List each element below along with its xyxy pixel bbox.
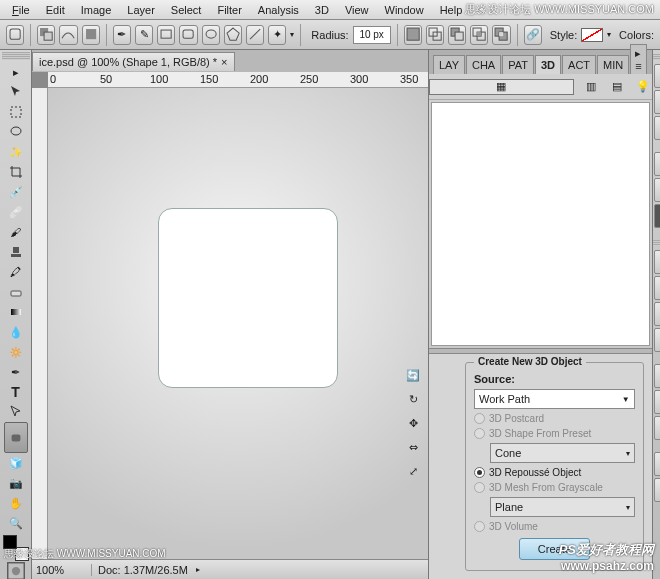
mesh-filter-icon[interactable]: ▥ bbox=[582, 79, 600, 95]
ellipse-icon[interactable] bbox=[202, 25, 220, 45]
clone-panel-icon[interactable]: ⧉ bbox=[654, 416, 660, 440]
shape-layers-icon[interactable] bbox=[37, 25, 55, 45]
pen-icon[interactable]: ✒ bbox=[113, 25, 131, 45]
freeform-pen-icon[interactable]: ✎ bbox=[135, 25, 153, 45]
svg-point-21 bbox=[11, 127, 21, 135]
menu-select[interactable]: Select bbox=[163, 2, 210, 18]
combine-exclude-icon[interactable] bbox=[492, 25, 510, 45]
tab-paths[interactable]: PAT bbox=[502, 55, 534, 74]
style-swatch[interactable] bbox=[581, 28, 603, 42]
blur-tool[interactable]: 💧 bbox=[4, 322, 28, 342]
menu-edit[interactable]: Edit bbox=[38, 2, 73, 18]
heal-tool[interactable]: 🩹 bbox=[4, 202, 28, 222]
3d-rotate-icon[interactable]: 🔄 bbox=[403, 366, 423, 384]
dock-grip2-icon[interactable] bbox=[653, 240, 660, 246]
path-select-tool[interactable] bbox=[4, 402, 28, 422]
menu-3d[interactable]: 3D bbox=[307, 2, 337, 18]
source-dropdown[interactable]: Work Path▼ bbox=[474, 389, 635, 409]
zoom-level[interactable]: 100% bbox=[32, 564, 92, 576]
type-tool[interactable]: T bbox=[4, 382, 28, 402]
grip-icon[interactable] bbox=[2, 52, 30, 60]
tab-actions[interactable]: ACT bbox=[562, 55, 596, 74]
paths-panel-icon[interactable]: ◫ bbox=[654, 478, 660, 502]
3d-scene-list[interactable] bbox=[431, 102, 650, 346]
adjustments-panel-icon[interactable]: ◧ bbox=[654, 152, 660, 176]
3d-pan-icon[interactable]: ✥ bbox=[403, 414, 423, 432]
fill-pixels-icon[interactable] bbox=[82, 25, 100, 45]
eyedropper-tool[interactable]: 💉 bbox=[4, 182, 28, 202]
zoom-tool[interactable]: 🔍 bbox=[4, 513, 28, 533]
dodge-tool[interactable]: 🔅 bbox=[4, 342, 28, 362]
combine-new-icon[interactable] bbox=[404, 25, 422, 45]
menu-view[interactable]: View bbox=[337, 2, 377, 18]
radius-input[interactable] bbox=[353, 26, 391, 44]
gradient-tool[interactable] bbox=[4, 302, 28, 322]
styles-panel-icon[interactable]: ▣ bbox=[654, 116, 660, 140]
dock-grip-icon[interactable] bbox=[653, 54, 660, 60]
crop-tool[interactable] bbox=[4, 162, 28, 182]
pen-tool[interactable]: ✒ bbox=[4, 362, 28, 382]
history-brush-tool[interactable]: 🖍 bbox=[4, 262, 28, 282]
hand-tool[interactable]: ✋ bbox=[4, 493, 28, 513]
menu-help[interactable]: Help bbox=[432, 2, 471, 18]
svg-point-28 bbox=[11, 567, 19, 575]
color-panel-icon[interactable]: 🎨 bbox=[654, 64, 660, 88]
expand-icon[interactable]: ▸ bbox=[4, 62, 28, 82]
close-tab-icon[interactable]: × bbox=[221, 56, 227, 68]
polygon-icon[interactable] bbox=[224, 25, 242, 45]
3d-rotate-tool[interactable]: 🧊 bbox=[4, 453, 28, 473]
tab-layers[interactable]: LAY bbox=[433, 55, 465, 74]
3d-camera-tool[interactable]: 📷 bbox=[4, 473, 28, 493]
navigator-panel-icon[interactable]: ⊞ bbox=[654, 276, 660, 300]
combine-add-icon[interactable] bbox=[426, 25, 444, 45]
light-filter-icon[interactable]: 💡 bbox=[634, 79, 652, 95]
combine-subtract-icon[interactable] bbox=[448, 25, 466, 45]
tab-channels[interactable]: CHA bbox=[466, 55, 501, 74]
history-panel-icon[interactable]: 🕐 bbox=[654, 250, 660, 274]
menu-image[interactable]: Image bbox=[73, 2, 120, 18]
3d-scale-icon[interactable]: ⤢ bbox=[403, 462, 423, 480]
menu-layer[interactable]: Layer bbox=[119, 2, 163, 18]
paths-icon[interactable] bbox=[59, 25, 77, 45]
masks-panel-icon[interactable]: ▶ bbox=[654, 178, 660, 202]
layers-panel-icon[interactable]: ≣ bbox=[654, 452, 660, 476]
menu-analysis[interactable]: Analysis bbox=[250, 2, 307, 18]
eraser-tool[interactable] bbox=[4, 282, 28, 302]
canvas[interactable] bbox=[48, 88, 428, 559]
rect-icon[interactable] bbox=[157, 25, 175, 45]
tool-preset-icon[interactable] bbox=[6, 25, 24, 45]
color-picker[interactable] bbox=[3, 535, 29, 561]
wand-tool[interactable]: ✨ bbox=[4, 142, 28, 162]
link-icon[interactable]: 🔗 bbox=[524, 25, 542, 45]
character-panel-icon[interactable]: A bbox=[654, 364, 660, 388]
rounded-rect-icon[interactable] bbox=[179, 25, 197, 45]
mb-panel-icon[interactable]: Mb bbox=[654, 204, 660, 228]
histogram-panel-icon[interactable]: 📊 bbox=[654, 328, 660, 352]
3d-roll-icon[interactable]: ↻ bbox=[403, 390, 423, 408]
shape-tool[interactable] bbox=[4, 422, 28, 453]
scene-filter-icon[interactable]: ▦ bbox=[429, 79, 574, 95]
menu-filter[interactable]: Filter bbox=[209, 2, 249, 18]
3d-slide-icon[interactable]: ⇔ bbox=[403, 438, 423, 456]
marquee-tool[interactable] bbox=[4, 102, 28, 122]
move-tool[interactable] bbox=[4, 82, 28, 102]
tab-mini[interactable]: MIN bbox=[597, 55, 629, 74]
swatches-panel-icon[interactable]: ◉ bbox=[654, 90, 660, 114]
brush-tool[interactable]: 🖌 bbox=[4, 222, 28, 242]
combine-intersect-icon[interactable] bbox=[470, 25, 488, 45]
tab-3d[interactable]: 3D bbox=[535, 55, 561, 74]
lasso-tool[interactable] bbox=[4, 122, 28, 142]
document-tab[interactable]: ice.psd @ 100% (Shape 1, RGB/8) * × bbox=[32, 52, 235, 71]
panel-menu-icon[interactable]: ▸ ≡ bbox=[630, 44, 646, 74]
brush-panel-icon[interactable]: 🖌 bbox=[654, 390, 660, 414]
line-icon[interactable] bbox=[246, 25, 264, 45]
menu-window[interactable]: Window bbox=[377, 2, 432, 18]
radio-repousse[interactable] bbox=[474, 467, 485, 478]
material-filter-icon[interactable]: ▤ bbox=[608, 79, 626, 95]
menu-file[interactable]: FFileile bbox=[4, 2, 38, 18]
create-button[interactable]: Create bbox=[519, 538, 590, 560]
info-panel-icon[interactable]: ✦ bbox=[654, 302, 660, 326]
quick-mask-icon[interactable] bbox=[5, 563, 27, 579]
stamp-tool[interactable] bbox=[4, 242, 28, 262]
custom-shape-icon[interactable]: ✦ bbox=[268, 25, 286, 45]
